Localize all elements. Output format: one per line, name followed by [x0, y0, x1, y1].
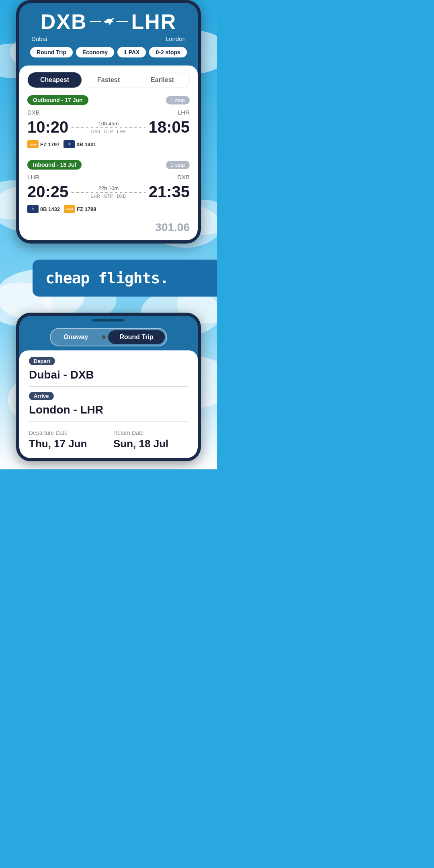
dest-code: LHR [131, 10, 176, 34]
inbound-dest: DXB [177, 174, 190, 180]
phone2-form: Depart Dubai - DXB Arrive London - LHR D… [19, 350, 198, 458]
inbound-header: Inbound - 18 Jul 1 stop [27, 160, 190, 170]
outbound-stop-badge: 1 stop [166, 96, 190, 104]
origin-city: Dubai [31, 35, 47, 42]
toggle-row: Oneway Round Trip [19, 321, 198, 350]
outbound-route: DXB LHR [27, 109, 190, 116]
outbound-depart: 10:20 [27, 118, 68, 136]
segment-divider [27, 154, 190, 154]
departure-date-value[interactable]: Thu, 17 Jun [29, 438, 104, 450]
plane-icon [90, 17, 128, 27]
outbound-flight-2: 0B 1431 [76, 141, 96, 147]
inbound-airline-2: dubai FZ 1798 [64, 205, 96, 213]
phone2-notch [19, 316, 198, 321]
departure-date-label: Departure Date [29, 430, 104, 436]
notch [92, 319, 125, 321]
outbound-header: Outbound - 17 Jun 1 stop [27, 95, 190, 105]
tagline-text: cheap flights. [45, 269, 168, 287]
inbound-origin: LHR [27, 174, 39, 180]
blueair-logo-2: ✈ [27, 205, 39, 213]
tab-cheapest[interactable]: Cheapest [28, 72, 82, 88]
outbound-label: Outbound - 17 Jun [27, 95, 88, 105]
inbound-dashed-line [72, 192, 145, 193]
inbound-label: Inbound - 18 Jul [27, 160, 82, 170]
toggle-roundtrip[interactable]: Round Trip [108, 330, 164, 344]
dest-city: London [166, 35, 186, 42]
sort-tabs: Cheapest Fastest Earliest [27, 72, 190, 88]
inbound-duration: 22h 10m [98, 185, 119, 191]
date-row: Departure Date Thu, 17 Jun Return Date S… [29, 426, 188, 450]
outbound-times: 10:20 10h 45m DXB - OTP - LHR 18:05 [27, 118, 190, 136]
origin-code: DXB [41, 10, 87, 34]
tagline-box: cheap flights. [33, 260, 217, 297]
blueair-logo-1: ✈ [63, 140, 75, 148]
inbound-via: LHR - OTP - DXB [91, 194, 126, 199]
depart-label: Depart [29, 357, 55, 365]
outbound-duration-line: 10h 45m DXB - OTP - LHR [68, 121, 148, 134]
passengers-pill[interactable]: 1 PAX [117, 47, 146, 57]
outbound-airline-2: ✈ 0B 1431 [63, 140, 96, 148]
city-names: Dubai London [27, 35, 190, 42]
inbound-route: LHR DXB [27, 174, 190, 180]
outbound-flight-1: FZ 1797 [40, 141, 59, 147]
inbound-stop-badge: 1 stop [166, 161, 190, 169]
cabin-pill[interactable]: Economy [76, 47, 114, 57]
phone1-content: Cheapest Fastest Earliest Outbound - 17 … [19, 66, 198, 240]
return-date-col: Return Date Sun, 18 Jul [113, 430, 188, 450]
inbound-duration-line: 22h 10m LHR - OTP - DXB [68, 185, 148, 199]
tab-fastest[interactable]: Fastest [82, 72, 135, 88]
toggle-dot [102, 335, 106, 339]
return-date-label: Return Date [113, 430, 188, 436]
price-preview: 301.06 [27, 219, 190, 234]
arrive-value[interactable]: London - LHR [29, 403, 188, 416]
trip-type-pill[interactable]: Round Trip [30, 47, 73, 57]
flydubai-logo-2: dubai [64, 205, 75, 213]
depart-value[interactable]: Dubai - DXB [29, 368, 188, 381]
filter-pills: Round Trip Economy 1 PAX 0-2 stops [27, 47, 190, 62]
outbound-airline-1: dubai FZ 1797 [27, 140, 59, 148]
departure-date-col: Departure Date Thu, 17 Jun [29, 430, 104, 450]
trip-toggle[interactable]: Oneway Round Trip [50, 328, 167, 346]
inbound-depart: 20:25 [27, 183, 68, 201]
field-divider-1 [29, 386, 188, 387]
inbound-airlines: ✈ 0B 1432 dubai FZ 1798 [27, 205, 190, 213]
outbound-dashed-line [72, 127, 145, 128]
outbound-dest: LHR [178, 109, 190, 116]
middle-section: cheap flights. [0, 244, 217, 305]
outbound-duration: 10h 45m [98, 121, 119, 127]
inbound-flight-2: FZ 1798 [77, 206, 96, 212]
return-date-value[interactable]: Sun, 18 Jul [113, 438, 188, 450]
outbound-origin: DXB [27, 109, 40, 116]
phone-1: DXB LHR Dubai London Round Trip [16, 0, 201, 244]
arrive-label: Arrive [29, 392, 54, 400]
route-display: DXB LHR [27, 10, 190, 34]
inbound-arrive: 21:35 [149, 183, 190, 201]
inbound-flight-1: 0B 1432 [40, 206, 60, 212]
field-divider-2 [29, 421, 188, 422]
outbound-via: DXB - OTP - LHR [91, 129, 126, 134]
toggle-oneway[interactable]: Oneway [52, 330, 99, 344]
flydubai-logo: dubai [27, 140, 39, 148]
stops-pill[interactable]: 0-2 stops [149, 47, 186, 57]
outbound-airlines: dubai FZ 1797 ✈ 0B 1431 [27, 140, 190, 148]
inbound-times: 20:25 22h 10m LHR - OTP - DXB 21:35 [27, 183, 190, 201]
phone-2: Oneway Round Trip Depart Dubai - DXB Arr… [16, 313, 201, 461]
outbound-arrive: 18:05 [149, 118, 190, 136]
phone1-header: DXB LHR Dubai London Round Trip [19, 3, 198, 66]
inbound-airline-1: ✈ 0B 1432 [27, 205, 60, 213]
tab-earliest[interactable]: Earliest [135, 72, 189, 88]
